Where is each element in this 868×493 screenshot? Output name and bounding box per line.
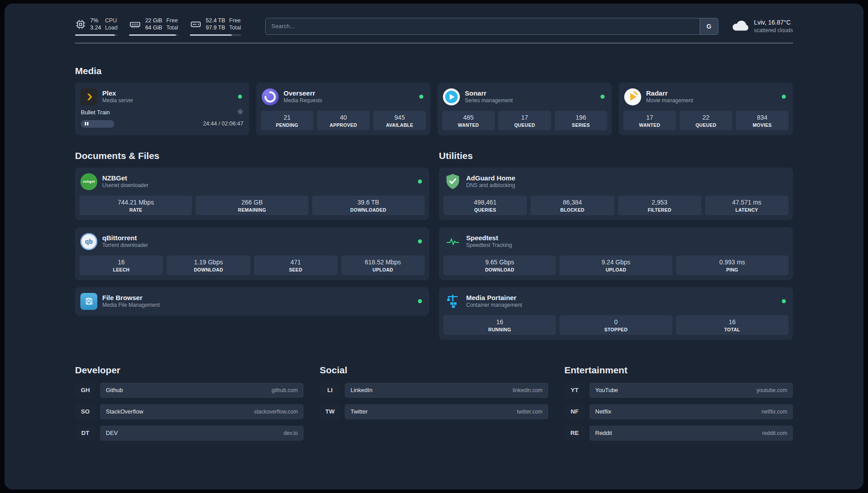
stat-tile: 16 RUNNING [443, 315, 556, 335]
section-title-entertainment: Entertainment [564, 365, 793, 376]
bookmark-abbr: DT [75, 426, 96, 441]
stat-value: 9.65 Gbps [444, 259, 555, 266]
stat-label: WANTED [624, 122, 675, 128]
cloud-icon [731, 19, 750, 34]
card-speedtest[interactable]: Speedtest Speedtest Tracking 9.65 Gbps D… [439, 227, 793, 280]
documents-column: Documents & Files nzbget NZBGet Usenet d… [75, 150, 429, 316]
stat-value: 834 [737, 114, 788, 121]
search-provider-button[interactable]: G [700, 18, 718, 34]
stat-tile: 834 MOVIES [736, 111, 789, 130]
card-plex[interactable]: Plex Media server Bullet Train [75, 83, 249, 135]
status-dot [782, 95, 786, 99]
app-subtitle: Usenet downloader [102, 182, 148, 189]
card-portainer[interactable]: Media Portainer Container management 16 … [439, 287, 793, 340]
stat-value: 1.19 Gbps [167, 259, 249, 266]
stat-value: 266 GB [196, 199, 307, 206]
bookmark-url: github.com [271, 387, 298, 393]
section-title-utilities: Utilities [439, 150, 793, 161]
stat-label: FILTERED [619, 207, 701, 213]
stat-label: TOTAL [677, 327, 788, 332]
stat-tile: 0 STOPPED [559, 315, 672, 335]
plex-icon [80, 88, 97, 105]
stat-label: QUEUED [680, 122, 731, 128]
stat-value: 0 [560, 318, 671, 326]
memory-widget: 22 GiB 64 GiB Free Total [129, 17, 178, 36]
search-input[interactable] [265, 18, 718, 35]
bookmark-reddit[interactable]: RE Reddit reddit.com [564, 426, 793, 441]
stat-label: RATE [80, 207, 191, 213]
app-subtitle: Media Requests [284, 97, 322, 104]
stat-label: UPLOAD [342, 267, 424, 272]
stat-tile: 9.24 Gbps UPLOAD [559, 255, 672, 275]
stat-label: DOWNLOAD [167, 267, 249, 272]
stat-tile: 0.993 ms PING [676, 255, 789, 275]
bookmark-dev[interactable]: DT DEV dev.to [75, 426, 304, 441]
stat-tile: 9.65 Gbps DOWNLOAD [443, 255, 556, 275]
stat-tile: 2,953 FILTERED [618, 196, 701, 215]
stat-tile: 1.19 Gbps DOWNLOAD [167, 255, 250, 275]
app-name: Plex [102, 89, 133, 98]
bookmark-abbr: YT [564, 383, 585, 398]
status-dot [418, 299, 422, 303]
card-radarr[interactable]: Radarr Movie management 17 WANTED 22 QUE… [619, 83, 793, 135]
cpu-label: CPU [105, 17, 117, 24]
memory-total-label: Total [166, 24, 178, 31]
app-subtitle: Container management [466, 302, 522, 309]
stat-value: 21 [262, 114, 313, 121]
player-settings-icon[interactable] [237, 109, 243, 116]
weather-widget: Lviv, 16.87°C scattered clouds [731, 18, 793, 34]
card-nzbget[interactable]: nzbget NZBGet Usenet downloader 744.21 M… [75, 167, 429, 220]
sonarr-icon [443, 88, 460, 105]
stat-tile: 618.52 Mbps UPLOAD [341, 255, 425, 275]
disk-free-value: 52.4 TB [206, 17, 225, 24]
bookmark-twitter[interactable]: TW Twitter twitter.com [320, 404, 548, 419]
stat-value: 498,461 [444, 199, 526, 206]
card-adguard[interactable]: AdGuard Home DNS and adblocking 498,461 … [439, 167, 793, 220]
card-sonarr[interactable]: Sonarr Series management 485 WANTED 17 Q… [438, 83, 612, 135]
stat-label: RUNNING [444, 327, 555, 332]
card-qbittorrent[interactable]: qb qBittorrent Torrent downloader 16 LEE… [75, 227, 429, 280]
stat-label: BLOCKED [531, 207, 613, 213]
bookmark-url: twitter.com [517, 409, 542, 415]
pause-button[interactable] [81, 120, 114, 128]
bookmark-name: YouTube [595, 387, 618, 393]
stat-label: APPROVED [318, 122, 369, 128]
card-overseerr[interactable]: Overseerr Media Requests 21 PENDING 40 A… [256, 83, 430, 135]
stat-label: WANTED [443, 122, 494, 128]
cpu-load-label: Load [105, 24, 117, 31]
stat-tile: 485 WANTED [442, 111, 495, 130]
bookmark-name: Netflix [595, 408, 611, 415]
app-name: qBittorrent [102, 234, 148, 242]
stat-tile: 22 QUEUED [680, 111, 732, 130]
cpu-progress-bar [75, 34, 117, 36]
bookmark-youtube[interactable]: YT YouTube youtube.com [564, 383, 793, 398]
memory-free-label: Free [166, 17, 178, 24]
bookmark-name: Github [106, 387, 123, 393]
cpu-usage: 7% [90, 17, 101, 24]
bookmark-linkedin[interactable]: LI LinkedIn linkedin.com [320, 383, 548, 398]
bookmark-stackoverflow[interactable]: SO StackOverflow stackoverflow.com [75, 404, 304, 419]
stat-label: STOPPED [560, 327, 671, 332]
stat-label: LEECH [80, 267, 162, 272]
stat-label: DOWNLOAD [444, 267, 555, 272]
stat-label: SERIES [555, 122, 606, 128]
radarr-icon [624, 88, 641, 105]
filebrowser-icon [80, 293, 97, 310]
bookmark-url: dev.to [284, 430, 298, 436]
card-filebrowser[interactable]: File Browser Media File Management [75, 287, 429, 316]
bookmark-netflix[interactable]: NF Netflix netflix.com [564, 404, 793, 419]
bookmarks-social: Social LI LinkedIn linkedin.com TW Twitt… [320, 365, 548, 419]
utilities-column: Utilities AdGuard Home [439, 150, 793, 340]
stat-value: 47.571 ms [706, 199, 788, 206]
bookmark-github[interactable]: GH Github github.com [75, 383, 304, 398]
stat-value: 618.52 Mbps [342, 259, 424, 266]
adguard-icon [444, 173, 461, 190]
stat-tile: 47.571 ms LATENCY [705, 196, 789, 215]
bookmark-abbr: RE [564, 426, 585, 441]
speedtest-icon [444, 233, 461, 250]
stat-label: DOWNLOADED [313, 207, 424, 213]
cpu-widget: 7% 3.24 CPU Load [75, 17, 117, 36]
bookmark-url: netflix.com [762, 409, 787, 415]
stat-label: PENDING [262, 122, 313, 128]
stat-value: 485 [443, 114, 494, 121]
